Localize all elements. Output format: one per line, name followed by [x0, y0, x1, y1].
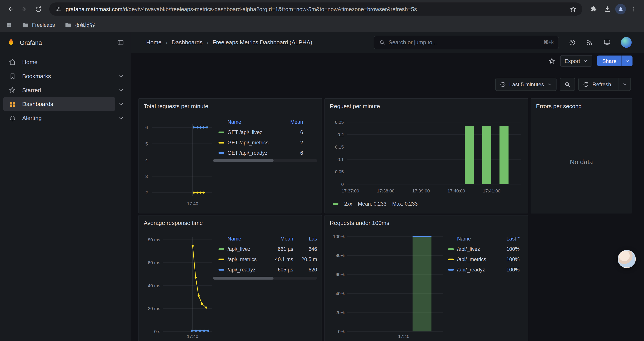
favorite-star-icon[interactable] [548, 57, 555, 64]
help-icon[interactable] [569, 39, 576, 46]
series-name: GET /api/_livez [228, 129, 279, 135]
sidebar-item-home[interactable]: Home [3, 55, 127, 69]
chevron-down-icon[interactable] [115, 84, 127, 96]
legend-header-row: Name Mean [213, 117, 317, 127]
legend-row[interactable]: /api/_metrics 40.1 ms 20.5 m [213, 254, 317, 264]
legend-row[interactable]: /api/_livez 100% [443, 244, 524, 254]
sidebar-row-home: Home [3, 55, 127, 69]
sidebar-item-alerting[interactable]: Alerting [3, 111, 115, 125]
series-last: 20.5 m [293, 256, 317, 262]
refresh-button[interactable]: Refresh [579, 78, 615, 90]
legend-row[interactable]: /api/_livez 661 µs 646 [213, 244, 317, 254]
sidebar-menu: Home Bookmarks [0, 53, 131, 128]
legend-row[interactable]: GET /api/_livez 6 [213, 127, 317, 137]
legend-col-mean[interactable]: Mean [270, 236, 293, 242]
series-last: 620 [293, 267, 317, 272]
series-name[interactable]: 2xx [344, 201, 352, 207]
sidebar-item-bookmarks[interactable]: Bookmarks [3, 69, 115, 83]
sidebar: Grafana Home [0, 32, 131, 341]
legend-col-last[interactable]: Las [293, 236, 317, 242]
home-icon [8, 58, 16, 66]
breadcrumb-separator-icon: › [207, 39, 208, 46]
chevron-down-icon[interactable] [115, 70, 127, 82]
bookmark-folder-label: 收藏博客 [74, 22, 95, 29]
total-requests-chart[interactable]: 6543217:40 [142, 115, 216, 210]
svg-text:0.15: 0.15 [335, 144, 344, 149]
panel-requests-under-100ms: Requests under 100ms 100%80%60%40%20%0%1… [324, 215, 528, 341]
chevron-down-icon[interactable] [115, 112, 127, 124]
requests-under-100ms-chart[interactable]: 100%80%60%40%20%0%17:40 [328, 232, 451, 341]
clock-icon [500, 81, 506, 87]
sidebar-item-dashboards[interactable]: Dashboards [3, 97, 115, 111]
request-per-minute-chart[interactable]: 0.250.20.150.10.05017:37:0017:38:0017:39… [328, 115, 524, 195]
legend-col-name[interactable]: Name [228, 236, 270, 242]
extensions-icon[interactable] [587, 3, 600, 15]
scrollbar-thumb[interactable] [213, 159, 273, 162]
svg-text:2: 2 [145, 190, 148, 195]
user-avatar[interactable] [621, 37, 632, 48]
sidebar-row-bookmarks: Bookmarks [3, 69, 127, 83]
legend-row[interactable]: GET /api/_readyz 6 [213, 148, 317, 158]
legend-row[interactable]: /api/_metrics 100% [443, 254, 524, 264]
refresh-icon [583, 81, 589, 87]
grafana-logo-icon[interactable] [6, 38, 16, 47]
apps-grid-icon[interactable] [6, 22, 12, 28]
panel-title[interactable]: Request per minute [325, 99, 528, 110]
bookmark-folder-blogs[interactable]: 收藏博客 [65, 22, 95, 29]
sidebar-item-starred[interactable]: Starred [3, 83, 115, 97]
share-button-group: Share [597, 56, 632, 66]
breadcrumb-dashboards[interactable]: Dashboards [172, 39, 202, 46]
average-response-time-chart[interactable]: 80 ms60 ms40 ms20 ms0 s17:40 [142, 232, 216, 341]
legend-col-name[interactable]: Name [457, 236, 495, 242]
series-name: GET /api/_readyz [228, 150, 279, 156]
legend-col-last[interactable]: Last * [495, 236, 520, 242]
panel-title[interactable]: Errors per second [531, 99, 632, 110]
legend-col-mean[interactable]: Mean [279, 119, 303, 125]
address-bar[interactable]: grafana.mathmast.com/d/deytv4rwavabkb/fr… [49, 3, 582, 16]
share-menu-button[interactable] [622, 56, 632, 66]
back-icon[interactable] [4, 3, 16, 15]
zoom-out-button[interactable] [560, 78, 575, 91]
series-name: /api/_livez [228, 246, 270, 252]
folder-icon [65, 22, 71, 28]
svg-text:3: 3 [145, 174, 148, 179]
legend-row[interactable]: GET /api/_metrics 2 [213, 137, 317, 148]
legend-row[interactable]: /api/_readyz 100% [443, 264, 524, 275]
news-rss-icon[interactable] [586, 39, 593, 46]
bookmark-star-icon[interactable] [570, 6, 577, 13]
series-swatch [218, 258, 224, 260]
chevron-down-icon[interactable] [115, 98, 127, 110]
downloads-icon[interactable] [601, 3, 614, 15]
panel-title[interactable]: Average response time [139, 215, 322, 226]
breadcrumb-home[interactable]: Home [146, 39, 162, 46]
tv-kiosk-icon[interactable] [603, 39, 611, 46]
export-button[interactable]: Export [560, 55, 592, 67]
dashboard-actions: Export Share [131, 53, 644, 69]
assistant-avatar[interactable] [618, 250, 636, 268]
bookmark-folder-freeleaps[interactable]: Freeleaps [22, 22, 55, 28]
svg-text:17:39:00: 17:39:00 [412, 188, 430, 193]
search-input[interactable]: Search or jump to... ⌘+k [374, 36, 559, 49]
site-settings-icon[interactable] [55, 6, 62, 12]
browser-menu-icon[interactable] [628, 3, 640, 15]
panel-title[interactable]: Total requests per minute [139, 99, 322, 110]
legend-col-name[interactable]: Name [228, 119, 279, 125]
panel-request-per-minute: Request per minute 0.250.20.150.10.05017… [324, 98, 528, 213]
panel-title[interactable]: Requests under 100ms [325, 215, 528, 226]
legend-row[interactable]: /api/_readyz 605 µs 620 [213, 264, 317, 275]
time-range-picker[interactable]: Last 5 minutes [496, 78, 557, 91]
refresh-interval-button[interactable] [618, 78, 630, 90]
share-label: Share [602, 58, 616, 64]
forward-icon[interactable] [18, 3, 30, 15]
legend-scrollbar [213, 159, 317, 162]
share-button[interactable]: Share [597, 56, 622, 66]
browser-profile-avatar[interactable] [615, 4, 626, 15]
series-mean-stat: Mean: 0.233 [358, 201, 386, 207]
url-text[interactable]: grafana.mathmast.com/d/deytv4rwavabkb/fr… [66, 6, 566, 12]
reload-icon[interactable] [32, 3, 44, 15]
series-last: 100% [495, 246, 520, 252]
dock-sidebar-icon[interactable] [117, 39, 124, 46]
panel-total-requests: Total requests per minute 6543217:40 Nam… [138, 98, 322, 213]
svg-text:0: 0 [341, 182, 344, 187]
scrollbar-thumb[interactable] [213, 277, 273, 279]
